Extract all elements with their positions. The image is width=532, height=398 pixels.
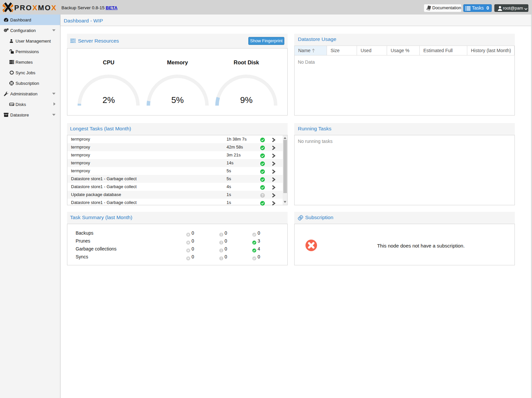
svg-text:?: ? bbox=[262, 194, 264, 197]
